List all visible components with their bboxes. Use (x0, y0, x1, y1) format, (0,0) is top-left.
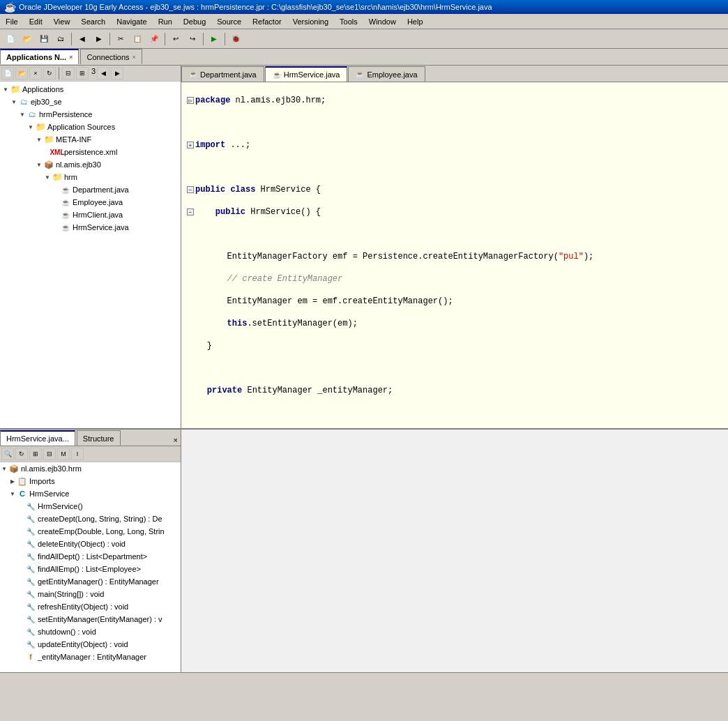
collapse-marker-ctor[interactable]: − (187, 208, 194, 215)
struct-node-getEntityMgr[interactable]: ▶ 🔧 getEntityManager() : EntityManager (0, 575, 181, 588)
tree-node-applications[interactable]: ▼ 📁 Applications (1, 83, 179, 96)
collapse-marker-import[interactable]: + (187, 142, 194, 149)
collapse-marker-class[interactable]: − (187, 186, 194, 193)
tab-employee-java[interactable]: ☕ Employee.java (348, 66, 425, 82)
save-all-btn[interactable]: 🗂 (53, 31, 68, 47)
sep4 (203, 33, 204, 45)
back-btn[interactable]: ◀ (75, 31, 90, 47)
toggle-nl-amis[interactable]: ▼ (35, 160, 43, 169)
redo-btn[interactable]: ↪ (185, 31, 200, 47)
code-content[interactable]: ▷package nl.amis.ejb30.hrm; +import ...;… (181, 82, 728, 428)
struct-node-hrmservice[interactable]: ▼ C HrmService (0, 487, 181, 500)
tree-node-appsources[interactable]: ▼ 📁 Application Sources (1, 121, 179, 133)
menu-search[interactable]: Search (75, 16, 111, 27)
collapse-all-btn[interactable]: ⊟ (62, 67, 75, 79)
code-editor[interactable]: ▷package nl.amis.ejb30.hrm; +import ...;… (181, 82, 728, 428)
connections-tab-close[interactable]: × (132, 54, 136, 61)
toggle-struct-hrmservice[interactable]: ▼ (8, 489, 17, 498)
open-btn[interactable]: 📂 (20, 31, 35, 47)
toggle-metainf[interactable]: ▼ (35, 135, 43, 144)
struct-node-entityMgrField[interactable]: ▶ f _entityManager : EntityManager (0, 651, 181, 663)
tree-node-hrm[interactable]: ▼ 📁 hrm (1, 171, 179, 183)
paste-btn[interactable]: 📌 (146, 31, 162, 47)
tree-node-hrmsvc-java[interactable]: ▶ ☕ HrmService.java (1, 221, 179, 234)
menu-source[interactable]: Source (211, 16, 247, 27)
run-btn[interactable]: ▶ (206, 31, 222, 47)
menu-refactor[interactable]: Refactor (247, 16, 287, 27)
tree-node-hrmclient-java[interactable]: ▶ ☕ HrmClient.java (1, 208, 179, 221)
tree-node-persistence-xml[interactable]: ▶ XML persistence.xml (1, 146, 179, 158)
refresh-btn[interactable]: ↻ (43, 67, 56, 79)
close-app-btn[interactable]: × (29, 67, 42, 79)
struct-node-imports[interactable]: ▶ 📋 Imports (0, 475, 181, 487)
menu-versioning[interactable]: Versioning (287, 16, 334, 27)
toggle-applications[interactable]: ▼ (1, 85, 10, 93)
bottom-left-close[interactable]: × (171, 434, 181, 446)
struct-node-main[interactable]: ▶ 🔧 main(String[]) : void (0, 588, 181, 600)
tab-hrmservice-java[interactable]: ☕ HrmService.java (265, 66, 348, 82)
tree-node-nl-amis[interactable]: ▼ 📦 nl.amis.ejb30 (1, 158, 179, 171)
struct-node-createDept[interactable]: ▶ 🔧 createDept(Long, String, String) : D… (0, 513, 181, 525)
save-btn[interactable]: 💾 (36, 31, 52, 47)
menu-run[interactable]: Run (153, 16, 178, 27)
toggle-hrmpersistence[interactable]: ▼ (18, 110, 26, 119)
forward-btn[interactable]: ▶ (91, 31, 107, 47)
struct-node-findAllDept[interactable]: ▶ 🔧 findAllDept() : List<Department> (0, 550, 181, 563)
menu-help[interactable]: Help (402, 16, 429, 27)
menu-tools[interactable]: Tools (334, 16, 363, 27)
collapse-marker-1[interactable]: ▷ (187, 97, 194, 104)
tab-department-java[interactable]: ☕ Department.java (181, 66, 264, 82)
undo-btn[interactable]: ↩ (168, 31, 183, 47)
toggle-ejb30[interactable]: ▼ (10, 98, 18, 106)
menu-navigate[interactable]: Navigate (111, 16, 152, 27)
nav-prev-btn[interactable]: ◀ (97, 67, 109, 79)
new-app-btn[interactable]: 📄 (1, 67, 14, 79)
tab-connections[interactable]: Connections × (80, 49, 142, 64)
struct-node-package[interactable]: ▼ 📦 nl.amis.ejb30.hrm (0, 462, 181, 475)
menu-view[interactable]: View (48, 16, 76, 27)
toggle-struct-pkg[interactable]: ▼ (0, 464, 8, 473)
menu-debug[interactable]: Debug (178, 16, 211, 27)
toggle-appsources[interactable]: ▼ (26, 123, 35, 131)
impl-btn[interactable]: I (71, 448, 84, 460)
struct-node-findAllEmp[interactable]: ▶ 🔧 findAllEmp() : List<Employee> (0, 563, 181, 575)
struct-node-ctor[interactable]: ▶ 🔧 HrmService() (0, 500, 181, 513)
tree-node-emp-java[interactable]: ▶ ☕ Employee.java (1, 196, 179, 208)
struct-node-refreshEntity[interactable]: ▶ 🔧 refreshEntity(Object) : void (0, 600, 181, 613)
new-btn[interactable]: 📄 (3, 31, 18, 47)
cut-btn[interactable]: ✂ (113, 31, 128, 47)
toggle-hrm[interactable]: ▼ (43, 173, 52, 181)
member-btn[interactable]: M (57, 448, 70, 460)
struct-node-updateEntity[interactable]: ▶ 🔧 updateEntity(Object) : void (0, 638, 181, 651)
tab-hrmsvc-file[interactable]: HrmService.java... (0, 430, 75, 446)
tree-node-hrmpersistence[interactable]: ▼ 🗂 hrmPersistence (1, 108, 179, 121)
sort-btn[interactable]: ⊞ (29, 448, 42, 460)
tab-hrmsvc-file-label: HrmService.java... (6, 434, 69, 443)
java-icon-emp: ☕ (60, 197, 71, 208)
copy-btn[interactable]: 📋 (130, 31, 145, 47)
toggle-struct-imports[interactable]: ▶ (8, 477, 17, 485)
search-btn[interactable]: 🔍 (1, 448, 14, 460)
applications-tab-close[interactable]: × (69, 54, 73, 61)
struct-node-shutdown[interactable]: ▶ 🔧 shutdown() : void (0, 625, 181, 638)
tree-node-dept-java[interactable]: ▶ ☕ Department.java (1, 183, 179, 196)
filter-btn[interactable]: ⊟ (43, 448, 56, 460)
struct-node-createEmp[interactable]: ▶ 🔧 createEmp(Double, Long, Long, Strin (0, 525, 181, 538)
expand-btn[interactable]: ⊞ (76, 67, 89, 79)
open-app-btn[interactable]: 📂 (15, 67, 28, 79)
menu-edit[interactable]: Edit (24, 16, 48, 27)
tree-node-ejb30[interactable]: ▼ 🗂 ejb30_se (1, 96, 179, 108)
menu-file[interactable]: File (0, 16, 24, 27)
nav-next-btn[interactable]: ▶ (111, 67, 123, 79)
struct-node-deleteEntity[interactable]: ▶ 🔧 deleteEntity(Object) : void (0, 538, 181, 550)
debug-btn[interactable]: 🐞 (228, 31, 243, 47)
refresh-struct-btn[interactable]: ↻ (15, 448, 28, 460)
label-struct-ctor: HrmService() (38, 502, 83, 510)
tab-applications[interactable]: Applications N... × (0, 49, 79, 64)
label-persistence-xml: persistence.xml (64, 148, 117, 156)
menu-window[interactable]: Window (363, 16, 402, 27)
label-struct-findAllEmp: findAllEmp() : List<Employee> (38, 565, 141, 573)
struct-node-setEntityMgr[interactable]: ▶ 🔧 setEntityManager(EntityManager) : v (0, 613, 181, 625)
tree-node-metainf[interactable]: ▼ 📁 META-INF (1, 133, 179, 146)
tab-structure[interactable]: Structure (77, 430, 121, 446)
